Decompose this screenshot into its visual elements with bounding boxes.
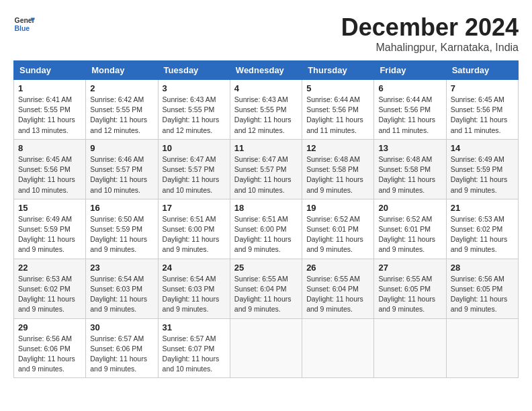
day-number: 18 xyxy=(234,203,298,213)
calendar-cell: 22Sunrise: 6:53 AM Sunset: 6:02 PM Dayli… xyxy=(14,259,86,318)
day-info: Sunrise: 6:48 AM Sunset: 5:58 PM Dayligh… xyxy=(306,154,369,195)
day-info: Sunrise: 6:44 AM Sunset: 5:56 PM Dayligh… xyxy=(306,95,369,136)
day-info: Sunrise: 6:54 AM Sunset: 6:03 PM Dayligh… xyxy=(90,274,153,315)
svg-text:Blue: Blue xyxy=(15,25,30,32)
calendar-cell: 8Sunrise: 6:45 AM Sunset: 5:56 PM Daylig… xyxy=(14,139,86,199)
day-number: 14 xyxy=(451,143,514,153)
day-info: Sunrise: 6:49 AM Sunset: 5:59 PM Dayligh… xyxy=(451,154,514,195)
calendar-cell: 12Sunrise: 6:48 AM Sunset: 5:58 PM Dayli… xyxy=(302,139,374,199)
calendar-cell: 19Sunrise: 6:52 AM Sunset: 6:01 PM Dayli… xyxy=(302,199,374,259)
day-number: 11 xyxy=(234,143,298,153)
day-number: 6 xyxy=(378,83,441,93)
day-number: 28 xyxy=(451,263,514,273)
calendar-cell: 28Sunrise: 6:56 AM Sunset: 6:05 PM Dayli… xyxy=(446,259,518,318)
calendar-cell: 13Sunrise: 6:48 AM Sunset: 5:58 PM Dayli… xyxy=(374,139,446,199)
day-info: Sunrise: 6:54 AM Sunset: 6:03 PM Dayligh… xyxy=(163,274,226,315)
day-number: 27 xyxy=(378,263,441,273)
calendar-cell: 31Sunrise: 6:57 AM Sunset: 6:07 PM Dayli… xyxy=(158,318,230,378)
calendar-cell: 5Sunrise: 6:44 AM Sunset: 5:56 PM Daylig… xyxy=(302,80,374,140)
calendar-cell: 3Sunrise: 6:43 AM Sunset: 5:55 PM Daylig… xyxy=(158,80,230,140)
day-number: 22 xyxy=(18,263,81,273)
day-number: 5 xyxy=(306,83,369,93)
day-info: Sunrise: 6:43 AM Sunset: 5:55 PM Dayligh… xyxy=(234,95,298,136)
weekday-header-sunday: Sunday xyxy=(14,61,86,80)
calendar-cell: 7Sunrise: 6:45 AM Sunset: 5:56 PM Daylig… xyxy=(446,80,518,140)
day-number: 25 xyxy=(234,263,298,273)
day-info: Sunrise: 6:43 AM Sunset: 5:55 PM Dayligh… xyxy=(163,95,226,136)
day-number: 13 xyxy=(378,143,441,153)
weekday-header-tuesday: Tuesday xyxy=(158,61,230,80)
calendar-cell: 10Sunrise: 6:47 AM Sunset: 5:57 PM Dayli… xyxy=(158,139,230,199)
calendar-week-4: 22Sunrise: 6:53 AM Sunset: 6:02 PM Dayli… xyxy=(14,259,519,318)
day-number: 2 xyxy=(90,83,153,93)
day-number: 23 xyxy=(90,263,153,273)
day-info: Sunrise: 6:53 AM Sunset: 6:02 PM Dayligh… xyxy=(451,214,514,255)
day-info: Sunrise: 6:55 AM Sunset: 6:04 PM Dayligh… xyxy=(234,274,298,315)
day-info: Sunrise: 6:56 AM Sunset: 6:05 PM Dayligh… xyxy=(451,274,514,315)
day-number: 17 xyxy=(163,203,226,213)
calendar-cell: 23Sunrise: 6:54 AM Sunset: 6:03 PM Dayli… xyxy=(86,259,158,318)
calendar-cell: 9Sunrise: 6:46 AM Sunset: 5:57 PM Daylig… xyxy=(86,139,158,199)
calendar-week-3: 15Sunrise: 6:49 AM Sunset: 5:59 PM Dayli… xyxy=(14,199,519,259)
calendar-cell: 2Sunrise: 6:42 AM Sunset: 5:55 PM Daylig… xyxy=(86,80,158,140)
weekday-header-friday: Friday xyxy=(374,61,446,80)
day-info: Sunrise: 6:51 AM Sunset: 6:00 PM Dayligh… xyxy=(163,214,226,255)
day-number: 10 xyxy=(163,143,226,153)
calendar-week-1: 1Sunrise: 6:41 AM Sunset: 5:55 PM Daylig… xyxy=(14,80,519,140)
page-header: General Blue December 2024 Mahalingpur, … xyxy=(13,13,519,54)
weekday-header-monday: Monday xyxy=(86,61,158,80)
day-number: 16 xyxy=(90,203,153,213)
day-info: Sunrise: 6:52 AM Sunset: 6:01 PM Dayligh… xyxy=(378,214,441,255)
day-number: 12 xyxy=(306,143,369,153)
logo-icon: General Blue xyxy=(13,13,35,35)
location-subtitle: Mahalingpur, Karnataka, India xyxy=(341,42,519,54)
calendar-week-5: 29Sunrise: 6:56 AM Sunset: 6:06 PM Dayli… xyxy=(14,318,519,378)
calendar-cell: 21Sunrise: 6:53 AM Sunset: 6:02 PM Dayli… xyxy=(446,199,518,259)
calendar-cell xyxy=(230,318,302,378)
day-number: 20 xyxy=(378,203,441,213)
day-info: Sunrise: 6:53 AM Sunset: 6:02 PM Dayligh… xyxy=(18,274,81,315)
day-info: Sunrise: 6:47 AM Sunset: 5:57 PM Dayligh… xyxy=(234,154,298,195)
day-number: 8 xyxy=(18,143,81,153)
calendar-cell: 26Sunrise: 6:55 AM Sunset: 6:04 PM Dayli… xyxy=(302,259,374,318)
day-info: Sunrise: 6:46 AM Sunset: 5:57 PM Dayligh… xyxy=(90,154,153,195)
day-info: Sunrise: 6:45 AM Sunset: 5:56 PM Dayligh… xyxy=(18,154,81,195)
day-number: 1 xyxy=(18,83,81,93)
day-number: 4 xyxy=(234,83,298,93)
calendar-table: SundayMondayTuesdayWednesdayThursdayFrid… xyxy=(13,60,519,378)
calendar-cell xyxy=(446,318,518,378)
calendar-cell: 29Sunrise: 6:56 AM Sunset: 6:06 PM Dayli… xyxy=(14,318,86,378)
weekday-header-saturday: Saturday xyxy=(446,61,518,80)
calendar-cell: 30Sunrise: 6:57 AM Sunset: 6:06 PM Dayli… xyxy=(86,318,158,378)
day-info: Sunrise: 6:49 AM Sunset: 5:59 PM Dayligh… xyxy=(18,214,81,255)
calendar-cell: 18Sunrise: 6:51 AM Sunset: 6:00 PM Dayli… xyxy=(230,199,302,259)
calendar-cell: 24Sunrise: 6:54 AM Sunset: 6:03 PM Dayli… xyxy=(158,259,230,318)
day-info: Sunrise: 6:50 AM Sunset: 5:59 PM Dayligh… xyxy=(90,214,153,255)
day-number: 19 xyxy=(306,203,369,213)
calendar-cell: 1Sunrise: 6:41 AM Sunset: 5:55 PM Daylig… xyxy=(14,80,86,140)
title-block: December 2024 Mahalingpur, Karnataka, In… xyxy=(341,13,519,54)
calendar-cell: 6Sunrise: 6:44 AM Sunset: 5:56 PM Daylig… xyxy=(374,80,446,140)
calendar-cell: 27Sunrise: 6:55 AM Sunset: 6:05 PM Dayli… xyxy=(374,259,446,318)
day-info: Sunrise: 6:41 AM Sunset: 5:55 PM Dayligh… xyxy=(18,95,81,136)
day-info: Sunrise: 6:47 AM Sunset: 5:57 PM Dayligh… xyxy=(163,154,226,195)
day-number: 29 xyxy=(18,322,81,332)
day-number: 7 xyxy=(451,83,514,93)
month-title: December 2024 xyxy=(341,13,519,42)
day-number: 30 xyxy=(90,322,153,332)
calendar-cell xyxy=(302,318,374,378)
day-info: Sunrise: 6:56 AM Sunset: 6:06 PM Dayligh… xyxy=(18,334,81,375)
calendar-cell xyxy=(374,318,446,378)
day-info: Sunrise: 6:51 AM Sunset: 6:00 PM Dayligh… xyxy=(234,214,298,255)
logo: General Blue xyxy=(13,13,35,35)
day-number: 9 xyxy=(90,143,153,153)
day-info: Sunrise: 6:57 AM Sunset: 6:06 PM Dayligh… xyxy=(90,334,153,375)
day-number: 15 xyxy=(18,203,81,213)
calendar-cell: 15Sunrise: 6:49 AM Sunset: 5:59 PM Dayli… xyxy=(14,199,86,259)
calendar-cell: 14Sunrise: 6:49 AM Sunset: 5:59 PM Dayli… xyxy=(446,139,518,199)
day-info: Sunrise: 6:55 AM Sunset: 6:05 PM Dayligh… xyxy=(378,274,441,315)
day-info: Sunrise: 6:44 AM Sunset: 5:56 PM Dayligh… xyxy=(378,95,441,136)
day-number: 3 xyxy=(163,83,226,93)
calendar-cell: 4Sunrise: 6:43 AM Sunset: 5:55 PM Daylig… xyxy=(230,80,302,140)
calendar-cell: 11Sunrise: 6:47 AM Sunset: 5:57 PM Dayli… xyxy=(230,139,302,199)
